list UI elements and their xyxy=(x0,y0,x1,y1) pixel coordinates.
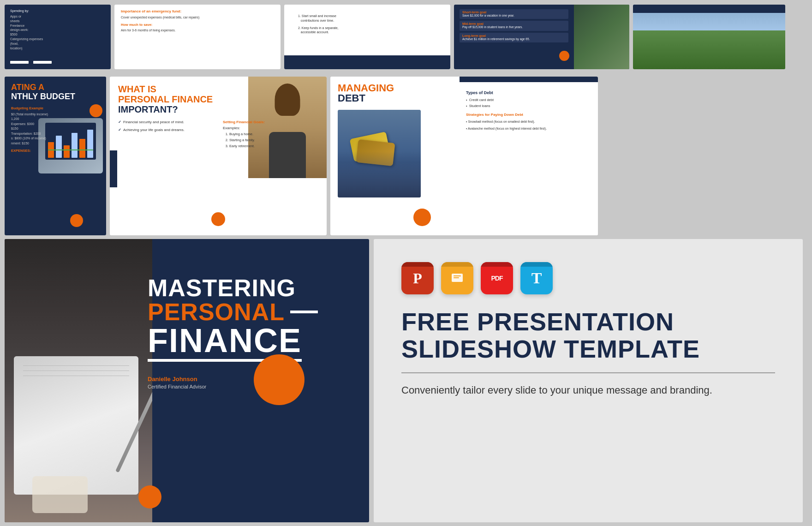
navy-block xyxy=(284,55,450,69)
orange-circle-mid2 xyxy=(211,212,225,226)
setting-goals-label: Setting Financial Goals: xyxy=(223,120,318,124)
line-3 xyxy=(23,376,129,376)
managing-title-orange: MANAGING xyxy=(338,83,452,93)
goals-examples-label: Examples: xyxy=(223,126,318,130)
calculator xyxy=(32,476,88,513)
debt-photo-container xyxy=(338,110,430,202)
top-slide-4[interactable]: Short-term goal Save $2,000 for a vacati… xyxy=(454,5,629,69)
promo-section: P PDF xyxy=(374,239,803,522)
budget-rent: 1,200 xyxy=(11,117,100,122)
keynote-header xyxy=(520,262,553,267)
mid-term-label: Mid-term goal xyxy=(462,22,566,25)
goal-2: Starting a family. xyxy=(229,138,318,143)
bottom-row: MASTERING PERSONAL FINANCE Danielle John… xyxy=(0,235,812,526)
main-photo xyxy=(5,239,152,522)
emergency-body: Cover unexpected expenses (medical bills… xyxy=(121,15,274,20)
bullet-2: • xyxy=(466,104,467,108)
check-item-2: ✓ Achieving your life goals and dreams. xyxy=(118,128,214,132)
long-term-goal: Long-term goal Achieve $1 million in ret… xyxy=(460,33,568,42)
top-row: Spending by: Apps orsheets Freelancedesi… xyxy=(0,0,812,74)
page-wrapper: Spending by: Apps orsheets Freelancedesi… xyxy=(0,0,812,526)
spending-item-2: Freelancedesign-work:$500 xyxy=(10,24,105,37)
foliage xyxy=(633,30,785,69)
types-section: Types of Debt • Credit card debt • Stude… xyxy=(466,90,591,108)
personal-text: PERSONAL xyxy=(148,300,355,324)
spending-item-1: Apps orsheets xyxy=(10,14,105,24)
budget-food: Expenses: $300 xyxy=(11,122,100,127)
promo-content: P PDF xyxy=(374,239,803,421)
mid-slide-2[interactable]: WHAT IS PERSONAL FINANCE IMPORTANT? ✓ Fi… xyxy=(110,77,327,235)
pdf-icon[interactable]: PDF xyxy=(481,262,513,294)
middle-row: ATING A NTHLY BUDGET Budgeting Example $… xyxy=(0,73,812,239)
slides-svg xyxy=(448,269,466,287)
app-icons-row: P PDF xyxy=(401,262,775,294)
landscape-visual xyxy=(633,5,785,69)
long-term-label: Long-term goal xyxy=(462,34,566,37)
author-title: Certified Financial Advisor xyxy=(148,384,355,389)
palm-photo xyxy=(574,5,629,69)
checkmark-2: ✓ xyxy=(118,128,121,132)
managing-debt-left: MANAGING DEBT xyxy=(330,77,460,235)
top-slide-5[interactable] xyxy=(633,5,785,69)
long-term-desc: Achieve $1 million in retirement savings… xyxy=(462,37,566,41)
expenses-label: EXPENSES: xyxy=(11,149,100,153)
emergency-heading: Importance of an emergency fund: xyxy=(121,9,274,13)
strategy-1-text: Snowball method (focus on smallest debt … xyxy=(468,120,535,123)
palm-visual xyxy=(574,5,629,69)
strategy-2: • Avalanche method (focus on highest int… xyxy=(466,126,591,131)
budget-title-orange: ATING A xyxy=(11,83,100,92)
strategies-section: Strategies for Paying Down Debt • Snowba… xyxy=(466,113,591,131)
pdf-header xyxy=(481,262,513,267)
top-slide-3[interactable]: 1. Start small and increase contribution… xyxy=(284,5,450,69)
goals-numbered-list: Buying a home. Starting a family. Early … xyxy=(223,132,318,148)
white-dash xyxy=(290,311,318,313)
small-orange-circle-main xyxy=(138,485,161,508)
keynote-icon[interactable]: T xyxy=(520,262,553,294)
hand-shadow xyxy=(338,151,421,197)
pf-right-col: Setting Financial Goals: Examples: Buyin… xyxy=(223,120,318,149)
mid-term-goal: Mid-term goal Pay off $15,000 in student… xyxy=(460,21,568,30)
mid-slide-1[interactable]: ATING A NTHLY BUDGET Budgeting Example $… xyxy=(5,77,106,235)
short-term-label: Short-term goal xyxy=(462,11,566,14)
powerpoint-icon[interactable]: P xyxy=(401,262,434,294)
pf-title-line2: PERSONAL FINANCE xyxy=(118,94,318,104)
spending-title: Spending by: xyxy=(10,9,105,12)
bottom-bars xyxy=(10,61,52,64)
pf-left-col: ✓ Financial security and peace of mind. … xyxy=(118,120,214,149)
bottom-bar-1 xyxy=(10,61,29,64)
orange-circle-bottom-mid1 xyxy=(70,214,83,227)
debt-type-2: • Student loans xyxy=(466,104,591,108)
short-term-desc: Save $2,000 for a vacation in one year. xyxy=(462,14,566,18)
top-slide-1[interactable]: Spending by: Apps orsheets Freelancedesi… xyxy=(5,5,111,69)
top-bar xyxy=(633,5,785,13)
notebook-visual xyxy=(14,356,138,495)
strategies-title: Strategies for Paying Down Debt xyxy=(466,113,591,117)
hand-visual xyxy=(338,110,421,197)
mid-slide-3[interactable]: MANAGING DEBT xyxy=(330,77,598,235)
main-title-slide[interactable]: MASTERING PERSONAL FINANCE Danielle John… xyxy=(5,239,369,522)
mid-term-desc: Pay off $15,000 in student loans in five… xyxy=(462,25,566,29)
debt-type-2-text: Student loans xyxy=(469,104,490,108)
top-slide-2[interactable]: Importance of an emergency fund: Cover u… xyxy=(114,5,281,69)
big-orange-circle-main xyxy=(254,354,304,405)
divider-line xyxy=(401,372,775,373)
goal-3: Early retirement. xyxy=(229,144,318,149)
budget-income: $0 (Total monthly income) xyxy=(11,112,100,117)
budget-entertain: nment: $150 xyxy=(11,141,100,146)
strategy-2-text: Avalanche method (focus on highest inter… xyxy=(468,127,547,130)
budget-title-white: NTHLY BUDGET xyxy=(11,92,100,102)
managing-title-white: DEBT xyxy=(338,93,452,103)
short-term-goal: Short-term goal Save $2,000 for a vacati… xyxy=(460,9,568,19)
strategy-1: • Snowball method (focus on smallest deb… xyxy=(466,120,591,124)
google-slides-icon[interactable] xyxy=(441,262,473,294)
ppt-header xyxy=(401,262,434,267)
check-text-2: Achieving your life goals and dreams. xyxy=(123,128,185,132)
budget-savings: s: $800 (10% of income) xyxy=(11,136,100,141)
tip-2: 2. Keep funds in a separate, accessible … xyxy=(298,26,436,35)
how-much-heading: How much to save: xyxy=(121,23,274,27)
navy-top-bar xyxy=(460,77,598,82)
debt-type-1: • Credit card debt xyxy=(466,98,591,102)
main-slide-content: MASTERING PERSONAL FINANCE Danielle John… xyxy=(148,276,355,389)
author-name: Danielle Johnson xyxy=(148,376,355,383)
managing-debt-right: Types of Debt • Credit card debt • Stude… xyxy=(460,77,598,235)
